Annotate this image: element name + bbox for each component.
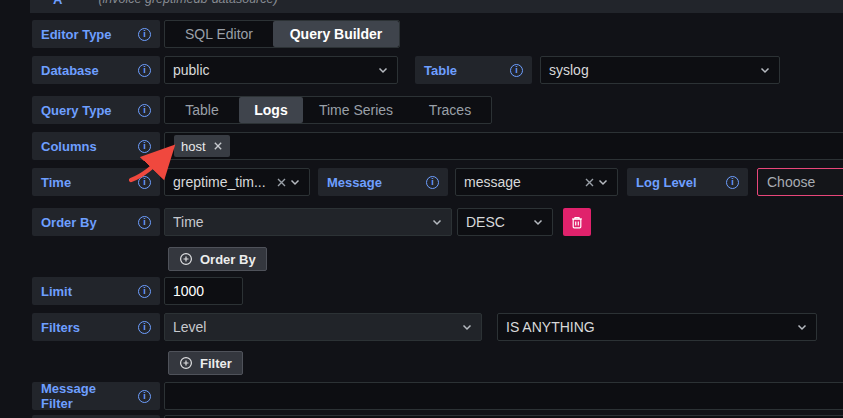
remove-order-by-button[interactable] — [563, 208, 591, 236]
chevron-down-icon — [597, 176, 609, 188]
chevron-down-icon — [377, 64, 389, 76]
chevron-down-icon — [289, 176, 301, 188]
message-column-value: message — [464, 174, 578, 190]
message-column-select[interactable]: message — [455, 168, 618, 196]
row-filters: Filters i Level IS ANYTHING — [32, 313, 817, 341]
clear-icon[interactable] — [584, 177, 595, 188]
row-add-filter: Filter — [32, 351, 243, 379]
editor-type-option-query-builder[interactable]: Query Builder — [273, 21, 399, 47]
query-row-header[interactable]: A (invoice greptimedb-datasource) — [30, 0, 843, 13]
remove-column-icon[interactable] — [213, 141, 223, 151]
trash-icon — [570, 215, 584, 230]
log-level-select[interactable]: Choose — [757, 168, 843, 196]
chevron-down-icon — [431, 216, 443, 228]
table-label: Table i — [415, 56, 532, 84]
info-icon: i — [138, 64, 151, 77]
info-icon: i — [138, 216, 151, 229]
log-level-placeholder: Choose — [767, 174, 815, 190]
filter-operator-select[interactable]: IS ANYTHING — [497, 313, 817, 341]
query-type-option-table[interactable]: Table — [165, 97, 239, 123]
chevron-down-icon — [759, 64, 771, 76]
row-add-order-by: Order By — [32, 247, 267, 275]
editor-type-option-sql-editor[interactable]: SQL Editor — [165, 21, 273, 47]
add-filter-button[interactable]: Filter — [168, 351, 243, 375]
columns-multiselect[interactable]: host — [164, 132, 843, 160]
query-type-option-traces[interactable]: Traces — [409, 97, 491, 123]
add-order-by-button[interactable]: Order By — [168, 247, 267, 271]
database-select-value: public — [173, 62, 377, 78]
datasource-note: (invoice greptimedb-datasource) — [98, 0, 277, 6]
query-editor-panel: A (invoice greptimedb-datasource) Editor… — [0, 0, 843, 418]
row-time-message-loglevel: Time i greptime_tim... Message i message — [32, 168, 843, 196]
filter-field-value: Level — [173, 319, 461, 335]
column-chip-host: host — [174, 135, 230, 157]
order-by-direction-value: DESC — [466, 214, 532, 230]
info-icon: i — [138, 321, 151, 334]
chevron-down-icon — [461, 321, 473, 333]
column-chip-label: host — [181, 139, 206, 154]
message-filter-label: Message Filter i — [32, 382, 160, 410]
chevron-down-icon — [532, 216, 544, 228]
query-ref-id: A — [53, 0, 62, 7]
row-query-type: Query Type i Table Logs Time Series Trac… — [32, 96, 492, 124]
limit-input[interactable] — [164, 277, 243, 305]
row-message-filter: Message Filter i — [32, 382, 843, 410]
log-level-label: Log Level i — [627, 168, 748, 196]
limit-label: Limit i — [32, 277, 160, 305]
info-icon: i — [138, 176, 151, 189]
database-select[interactable]: public — [164, 56, 398, 84]
row-order-by: Order By i Time DESC — [32, 208, 591, 236]
row-editor-type: Editor Type i SQL Editor Query Builder — [32, 20, 400, 48]
info-icon: i — [726, 176, 739, 189]
table-select-value: syslog — [549, 62, 759, 78]
query-type-option-logs[interactable]: Logs — [239, 97, 303, 123]
plus-circle-icon — [179, 252, 193, 266]
time-column-value: greptime_tim... — [173, 174, 270, 190]
filter-operator-value: IS ANYTHING — [506, 319, 796, 335]
editor-type-radio-group: SQL Editor Query Builder — [164, 20, 400, 48]
time-column-select[interactable]: greptime_tim... — [164, 168, 310, 196]
info-icon: i — [138, 390, 151, 403]
info-icon: i — [138, 140, 151, 153]
info-icon: i — [138, 28, 151, 41]
time-label: Time i — [32, 168, 160, 196]
database-label: Database i — [32, 56, 160, 84]
query-type-label: Query Type i — [32, 96, 160, 124]
message-filter-input[interactable] — [164, 382, 843, 410]
info-icon: i — [510, 64, 523, 77]
order-by-field-value: Time — [173, 214, 431, 230]
row-database-table: Database i public Table i syslog — [32, 56, 780, 84]
message-label: Message i — [318, 168, 448, 196]
chevron-down-icon — [796, 321, 808, 333]
clear-icon[interactable] — [276, 177, 287, 188]
filter-field-select[interactable]: Level — [164, 313, 482, 341]
plus-circle-icon — [179, 356, 193, 370]
editor-type-label: Editor Type i — [32, 20, 160, 48]
info-icon: i — [426, 176, 439, 189]
query-type-option-time-series[interactable]: Time Series — [303, 97, 409, 123]
order-by-field-select[interactable]: Time — [164, 208, 452, 236]
order-by-direction-select[interactable]: DESC — [457, 208, 553, 236]
info-icon: i — [138, 285, 151, 298]
filters-label: Filters i — [32, 313, 160, 341]
row-columns: Columns i host — [32, 132, 843, 160]
row-limit: Limit i — [32, 277, 243, 305]
order-by-label: Order By i — [32, 208, 160, 236]
columns-label: Columns i — [32, 132, 160, 160]
table-select[interactable]: syslog — [540, 56, 780, 84]
query-type-radio-group: Table Logs Time Series Traces — [164, 96, 492, 124]
info-icon: i — [138, 104, 151, 117]
